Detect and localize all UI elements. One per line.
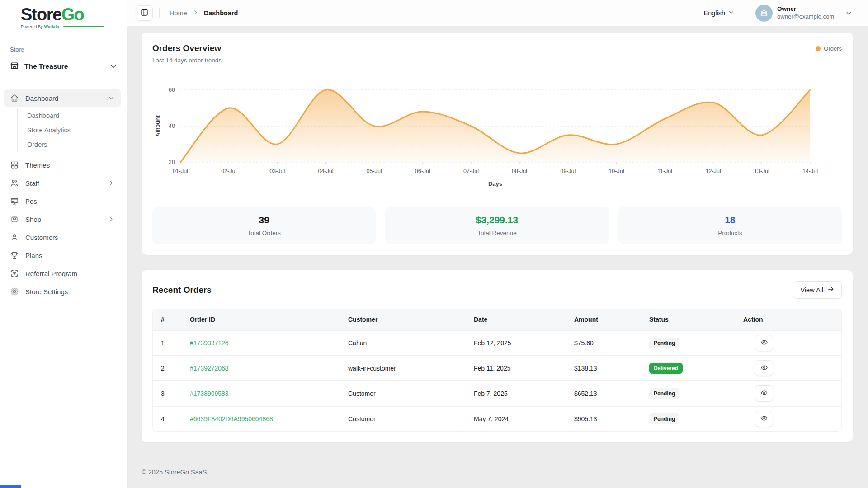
column-header-action: Action	[743, 316, 833, 323]
stat-card-products: 18Products	[618, 207, 842, 244]
stat-value: 39	[259, 215, 269, 225]
grid-icon	[10, 160, 19, 169]
cell-num: 3	[161, 390, 190, 397]
table-row: 4#6639F8402D6A9950604868CustomerMay 7, 2…	[153, 406, 841, 431]
cell-customer: Customer	[348, 415, 474, 422]
sidebar-subitem-orders[interactable]: Orders	[18, 137, 127, 152]
user-email: owner@example.com	[777, 13, 834, 20]
chart-legend-orders[interactable]: Orders	[816, 43, 842, 52]
table-header-row: #Order IDCustomerDateAmountStatusAction	[153, 309, 841, 330]
breadcrumb-home-link[interactable]: Home	[170, 9, 187, 17]
chevron-down-icon	[109, 62, 118, 70]
svg-text:Days: Days	[488, 180, 502, 187]
users-icon	[10, 178, 19, 188]
chevron-down-icon	[845, 9, 853, 17]
sidebar-toggle-button[interactable]	[136, 5, 153, 21]
sidebar-item-label: Dashboard	[25, 94, 58, 102]
copyright-text: © 2025 StoreGo SaaS	[142, 469, 207, 476]
shopping-bag-icon	[10, 215, 19, 224]
sidebar-item-referral-program[interactable]: Referral Program	[4, 265, 121, 282]
svg-text:10-Jul: 10-Jul	[609, 168, 624, 174]
sidebar-item-label: Staff	[25, 179, 39, 187]
store-selector[interactable]: The Treasure	[10, 58, 121, 75]
cell-action	[743, 360, 833, 376]
order-id-link[interactable]: #1739272068	[190, 365, 348, 372]
svg-text:20: 20	[169, 159, 175, 165]
stat-label: Total Revenue	[477, 230, 516, 236]
view-order-button[interactable]	[755, 411, 773, 427]
svg-text:Amount: Amount	[155, 115, 161, 137]
svg-text:02-Jul: 02-Jul	[221, 168, 236, 174]
app-logo[interactable]: StoreGo Powered By Workdo	[0, 0, 127, 35]
status-badge: Delivered	[649, 363, 683, 374]
table-body: 1#1739337126CahunFeb 12, 2025$75.60Pendi…	[153, 330, 841, 431]
svg-text:04-Jul: 04-Jul	[318, 168, 333, 174]
user-name: Owner	[777, 5, 834, 13]
chevron-right-icon	[108, 216, 115, 223]
breadcrumb-current: Dashboard	[204, 9, 238, 17]
view-order-button[interactable]	[755, 335, 773, 351]
view-order-button[interactable]	[755, 360, 773, 376]
logo-underline	[63, 26, 104, 27]
status-badge: Pending	[649, 413, 679, 424]
sidebar-item-dashboard[interactable]: Dashboard	[4, 89, 121, 107]
sidebar-item-plans[interactable]: Plans	[4, 247, 121, 264]
user-menu[interactable]: Owner owner@example.com	[755, 5, 853, 22]
order-id-link[interactable]: #1738909583	[190, 390, 348, 397]
svg-text:08-Jul: 08-Jul	[512, 168, 527, 174]
chevron-right-icon	[108, 179, 115, 187]
language-selector[interactable]: English	[704, 9, 735, 17]
table-row: 2#1739272068walk-in-customerFeb 11, 2025…	[153, 355, 841, 380]
breadcrumb: Home Dashboard	[170, 9, 238, 17]
building-icon	[760, 9, 769, 18]
status-badge: Pending	[649, 388, 679, 399]
sidebar-item-shop[interactable]: Shop	[4, 211, 121, 228]
sidebar-item-label: Shop	[25, 216, 41, 223]
stat-card-total-revenue: $3,299.13Total Revenue	[385, 207, 609, 244]
avatar	[755, 5, 773, 22]
referral-focus-icon	[10, 269, 19, 278]
table-row: 1#1739337126CahunFeb 12, 2025$75.60Pendi…	[153, 330, 841, 355]
sidebar: StoreGo Powered By Workdo Store The Trea…	[0, 0, 127, 488]
cell-num: 2	[161, 365, 190, 372]
sidebar-subitem-dashboard[interactable]: Dashboard	[18, 108, 127, 123]
view-order-button[interactable]	[755, 385, 773, 402]
cell-status: Delivered	[649, 363, 743, 374]
sidebar-item-staff[interactable]: Staff	[4, 174, 121, 192]
sidebar-item-label: Themes	[25, 161, 50, 169]
stat-value: $3,299.13	[476, 215, 518, 225]
order-id-link[interactable]: #1739337126	[190, 339, 348, 347]
store-section-label: Store	[10, 46, 127, 53]
sidebar-item-pos[interactable]: Pos	[4, 192, 121, 210]
sidebar-item-label: Pos	[25, 197, 37, 205]
table-row: 3#1738909583CustomerFeb 7, 2025$652.13Pe…	[153, 380, 841, 406]
overview-subtitle: Last 14 days order trends	[152, 57, 222, 64]
view-all-button[interactable]: View All	[793, 281, 842, 299]
order-id-link[interactable]: #6639F8402D6A9950604868	[190, 415, 348, 422]
stat-label: Total Orders	[247, 230, 281, 236]
cell-date: Feb 12, 2025	[474, 339, 574, 347]
stats-row: 39Total Orders$3,299.13Total Revenue18Pr…	[152, 207, 842, 244]
powered-by-brand: Workdo	[44, 24, 59, 29]
sidebar-item-store-settings[interactable]: Store Settings	[4, 283, 121, 300]
legend-label: Orders	[824, 45, 842, 52]
orders-overview-card: Orders Overview Last 14 days order trend…	[142, 33, 853, 255]
cell-date: Feb 7, 2025	[474, 390, 574, 397]
svg-text:60: 60	[169, 87, 175, 93]
orders-area-chart: 20406001-Jul02-Jul03-Jul04-Jul05-Jul06-J…	[152, 76, 842, 193]
sidebar-item-label: Store Settings	[25, 288, 68, 296]
cell-status: Pending	[649, 413, 743, 424]
cell-status: Pending	[649, 388, 743, 399]
column-header-num: #	[161, 316, 190, 323]
trophy-icon	[10, 251, 19, 260]
sidebar-item-label: Referral Program	[25, 270, 77, 277]
cell-customer: Cahun	[348, 339, 474, 347]
cell-amount: $652.13	[574, 390, 649, 397]
area-chart-svg: 20406001-Jul02-Jul03-Jul04-Jul05-Jul06-J…	[152, 76, 842, 192]
column-header-amount: Amount	[574, 316, 649, 323]
sidebar-subitem-store-analytics[interactable]: Store Analytics	[18, 123, 127, 137]
home-icon	[10, 94, 19, 103]
sidebar-item-themes[interactable]: Themes	[4, 156, 121, 174]
overview-title: Orders Overview	[152, 43, 222, 53]
sidebar-item-customers[interactable]: Customers	[4, 229, 121, 246]
